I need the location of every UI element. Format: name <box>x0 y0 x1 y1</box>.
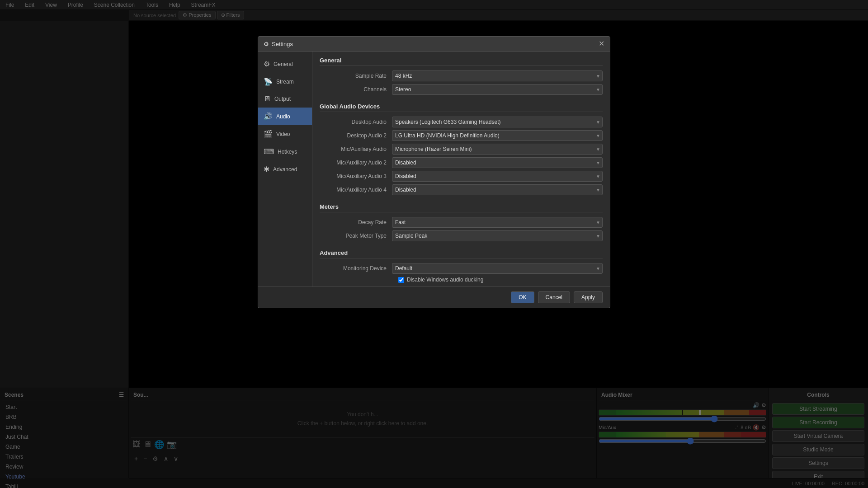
disable-ducking-checkbox[interactable] <box>398 277 404 283</box>
mic-aux-select[interactable]: Microphone (Razer Seiren Mini) <box>392 144 602 154</box>
audio-icon: 🔊 <box>264 112 273 121</box>
peak-meter-label: Peak Meter Type <box>320 233 392 239</box>
section-advanced-title: Advanced <box>320 249 603 258</box>
peak-meter-control: Sample Peak True Peak ▼ <box>392 230 603 241</box>
decay-rate-select[interactable]: Fast Medium Slow <box>392 217 602 227</box>
nav-item-general[interactable]: ⚙ General <box>258 55 312 73</box>
mic-aux2-label: Mic/Auxiliary Audio 2 <box>320 160 392 166</box>
settings-dialog: ⚙ Settings ✕ ⚙ General 📡 Stream 🖥 Output <box>258 36 610 308</box>
desktop-audio-control: Speakers (Logitech G633 Gaming Headset) … <box>392 117 603 127</box>
peak-meter-row: Peak Meter Type Sample Peak True Peak ▼ <box>320 230 603 241</box>
apply-button[interactable]: Apply <box>574 291 603 303</box>
peak-meter-select[interactable]: Sample Peak True Peak <box>392 231 602 241</box>
nav-label-stream: Stream <box>276 79 294 85</box>
mic-aux3-label: Mic/Auxiliary Audio 3 <box>320 173 392 179</box>
mic-aux4-control: Disabled ▼ <box>392 184 603 195</box>
decay-rate-select-wrapper[interactable]: Fast Medium Slow ▼ <box>392 217 603 228</box>
disable-ducking-label[interactable]: Disable Windows audio ducking <box>407 277 483 283</box>
sample-rate-row: Sample Rate 48 kHz 44.1 kHz ▼ <box>320 70 603 81</box>
nav-item-advanced[interactable]: ✱ Advanced <box>258 160 312 178</box>
settings-content: General Sample Rate 48 kHz 44.1 kHz ▼ <box>312 52 610 286</box>
nav-item-stream[interactable]: 📡 Stream <box>258 73 312 90</box>
nav-item-hotkeys[interactable]: ⌨ Hotkeys <box>258 143 312 160</box>
sample-rate-control: 48 kHz 44.1 kHz ▼ <box>392 70 603 81</box>
settings-gear-icon: ⚙ <box>264 41 269 47</box>
nav-label-hotkeys: Hotkeys <box>278 149 297 155</box>
stream-icon: 📡 <box>264 77 273 86</box>
disable-ducking-row: Disable Windows audio ducking <box>320 277 603 283</box>
desktop-audio2-select-wrapper[interactable]: LG Ultra HD (NVIDIA High Definition Audi… <box>392 130 603 141</box>
channels-control: Stereo Mono ▼ <box>392 84 603 95</box>
section-global-audio-title: Global Audio Devices <box>320 103 603 112</box>
ok-button[interactable]: OK <box>511 291 534 303</box>
desktop-audio-select-wrapper[interactable]: Speakers (Logitech G633 Gaming Headset) … <box>392 117 603 127</box>
video-icon: 🎬 <box>264 130 273 138</box>
cancel-button[interactable]: Cancel <box>538 291 570 303</box>
desktop-audio2-control: LG Ultra HD (NVIDIA High Definition Audi… <box>392 130 603 141</box>
decay-rate-row: Decay Rate Fast Medium Slow ▼ <box>320 217 603 228</box>
nav-label-audio: Audio <box>276 113 290 120</box>
settings-nav: ⚙ General 📡 Stream 🖥 Output 🔊 Audio 🎬 <box>258 52 312 286</box>
hotkeys-icon: ⌨ <box>264 147 274 156</box>
dialog-titlebar: ⚙ Settings ✕ <box>258 37 610 52</box>
nav-label-output: Output <box>274 96 291 102</box>
mic-aux3-select[interactable]: Disabled <box>392 171 602 181</box>
mic-aux4-select[interactable]: Disabled <box>392 185 602 195</box>
desktop-audio-select[interactable]: Speakers (Logitech G633 Gaming Headset) <box>392 117 602 127</box>
settings-title-text: Settings <box>272 41 293 47</box>
dialog-close-button[interactable]: ✕ <box>599 40 604 47</box>
desktop-audio-row: Desktop Audio Speakers (Logitech G633 Ga… <box>320 117 603 127</box>
mic-aux2-select-wrapper[interactable]: Disabled ▼ <box>392 157 603 168</box>
channels-select-wrapper[interactable]: Stereo Mono ▼ <box>392 84 603 95</box>
dialog-title: ⚙ Settings <box>264 41 293 47</box>
mic-aux-row: Mic/Auxiliary Audio Microphone (Razer Se… <box>320 144 603 155</box>
sample-rate-select[interactable]: 48 kHz 44.1 kHz <box>392 71 602 81</box>
mic-aux3-control: Disabled ▼ <box>392 171 603 182</box>
mic-aux2-control: Disabled ▼ <box>392 157 603 168</box>
mic-aux4-select-wrapper[interactable]: Disabled ▼ <box>392 184 603 195</box>
desktop-audio2-select[interactable]: LG Ultra HD (NVIDIA High Definition Audi… <box>392 131 602 141</box>
general-icon: ⚙ <box>264 60 270 68</box>
mic-aux2-select[interactable]: Disabled <box>392 158 602 168</box>
monitoring-device-select-wrapper[interactable]: Default ▼ <box>392 263 603 274</box>
nav-item-audio[interactable]: 🔊 Audio <box>258 108 312 125</box>
section-meters-title: Meters <box>320 203 603 212</box>
mic-aux3-row: Mic/Auxiliary Audio 3 Disabled ▼ <box>320 171 603 182</box>
decay-rate-label: Decay Rate <box>320 219 392 225</box>
nav-label-general: General <box>274 61 293 67</box>
monitoring-device-control: Default ▼ <box>392 263 603 274</box>
mic-aux2-row: Mic/Auxiliary Audio 2 Disabled ▼ <box>320 157 603 168</box>
sample-rate-label: Sample Rate <box>320 73 392 79</box>
monitoring-device-select[interactable]: Default <box>392 263 602 273</box>
nav-label-advanced: Advanced <box>273 166 297 173</box>
mic-aux4-label: Mic/Auxiliary Audio 4 <box>320 187 392 193</box>
sample-rate-select-wrapper[interactable]: 48 kHz 44.1 kHz ▼ <box>392 70 603 81</box>
mic-aux-control: Microphone (Razer Seiren Mini) ▼ <box>392 144 603 155</box>
desktop-audio2-label: Desktop Audio 2 <box>320 132 392 139</box>
channels-select[interactable]: Stereo Mono <box>392 84 602 94</box>
desktop-audio-label: Desktop Audio <box>320 119 392 125</box>
nav-label-video: Video <box>276 131 290 137</box>
section-general-title: General <box>320 57 603 66</box>
nav-item-video[interactable]: 🎬 Video <box>258 125 312 143</box>
channels-label: Channels <box>320 86 392 93</box>
dialog-body: ⚙ General 📡 Stream 🖥 Output 🔊 Audio 🎬 <box>258 52 610 286</box>
mic-aux3-select-wrapper[interactable]: Disabled ▼ <box>392 171 603 182</box>
channels-row: Channels Stereo Mono ▼ <box>320 84 603 95</box>
modal-overlay: ⚙ Settings ✕ ⚙ General 📡 Stream 🖥 Output <box>0 0 868 488</box>
advanced-icon: ✱ <box>264 165 269 174</box>
mic-aux-select-wrapper[interactable]: Microphone (Razer Seiren Mini) ▼ <box>392 144 603 155</box>
nav-item-output[interactable]: 🖥 Output <box>258 90 312 108</box>
desktop-audio2-row: Desktop Audio 2 LG Ultra HD (NVIDIA High… <box>320 130 603 141</box>
dialog-footer: OK Cancel Apply <box>258 286 610 308</box>
monitoring-device-label: Monitoring Device <box>320 265 392 272</box>
mic-aux4-row: Mic/Auxiliary Audio 4 Disabled ▼ <box>320 184 603 195</box>
mic-aux-label: Mic/Auxiliary Audio <box>320 146 392 152</box>
monitoring-device-row: Monitoring Device Default ▼ <box>320 263 603 274</box>
peak-meter-select-wrapper[interactable]: Sample Peak True Peak ▼ <box>392 230 603 241</box>
output-icon: 🖥 <box>264 95 271 103</box>
decay-rate-control: Fast Medium Slow ▼ <box>392 217 603 228</box>
